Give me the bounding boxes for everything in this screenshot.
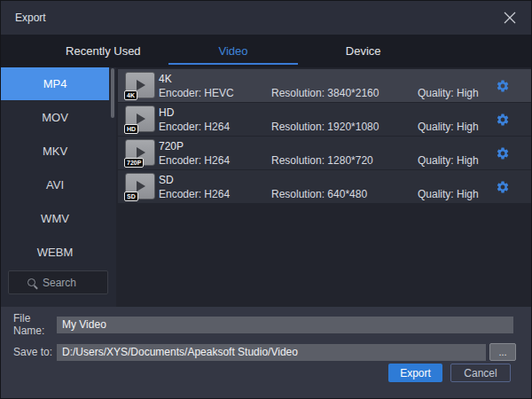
video-thumbnail-icon: SD: [125, 173, 155, 200]
resolution-badge: HD: [124, 124, 138, 134]
close-icon[interactable]: [503, 11, 517, 25]
tab-label: Device: [346, 44, 381, 58]
play-icon: [137, 147, 145, 158]
resolution-badge: SD: [124, 192, 138, 201]
save-to-label: Save to:: [13, 346, 57, 358]
save-to-row: Save to: ...: [13, 343, 531, 361]
preset-title: HD: [159, 106, 174, 119]
save-to-input[interactable]: [57, 344, 486, 361]
play-icon: [137, 113, 145, 124]
sidebar-scrollbar[interactable]: [111, 68, 114, 118]
file-name-input[interactable]: [57, 317, 513, 333]
tabbar: Recently Used Video Device: [1, 35, 531, 67]
settings-gear-icon[interactable]: [496, 79, 510, 93]
preset-quality: Quality: High: [418, 87, 479, 99]
format-sidebar: MP4 MOV MKV AVI WMV WEBM: [1, 67, 116, 307]
preset-encoder: Encoder: H264: [159, 121, 230, 133]
preset-encoder: Encoder: HEVC: [159, 87, 234, 99]
export-dialog: Export Recently Used Video Device MP4 MO…: [0, 0, 532, 399]
play-icon: [137, 181, 145, 192]
preset-resolution: Resolution: 3840*2160: [271, 87, 379, 99]
preset-list: 4K 4K Encoder: HEVC Resolution: 3840*216…: [116, 67, 531, 307]
video-thumbnail-icon: 720P: [125, 139, 155, 166]
preset-title: 4K: [159, 73, 172, 85]
preset-resolution: Resolution: 640*480: [271, 188, 367, 200]
sidebar-item-mov[interactable]: MOV: [1, 101, 109, 134]
search-box[interactable]: [8, 270, 108, 294]
preset-title: SD: [159, 174, 174, 186]
settings-gear-icon[interactable]: [496, 113, 510, 127]
preset-encoder: Encoder: H264: [159, 188, 230, 200]
preset-resolution: Resolution: 1280*720: [271, 154, 373, 167]
search-icon: [27, 278, 35, 286]
search-input[interactable]: [43, 277, 89, 289]
preset-row-720p[interactable]: 720P 720P Encoder: H264 Resolution: 1280…: [118, 137, 531, 169]
file-name-label: File Name:: [13, 312, 57, 337]
sidebar-item-mkv[interactable]: MKV: [1, 135, 109, 168]
play-icon: [137, 80, 145, 90]
sidebar-item-mp4[interactable]: MP4: [1, 67, 109, 100]
tab-recently-used[interactable]: Recently Used: [38, 35, 168, 67]
footer-panel: File Name: Save to: ... Export Cancel: [1, 307, 531, 399]
video-thumbnail-icon: HD: [125, 106, 155, 132]
cancel-button[interactable]: Cancel: [450, 364, 511, 382]
video-thumbnail-icon: 4K: [125, 72, 155, 98]
sidebar-item-wmv[interactable]: WMV: [1, 202, 109, 235]
footer-buttons: Export Cancel: [388, 364, 511, 382]
content: MP4 MOV MKV AVI WMV WEBM 4K 4K Encoder: …: [1, 67, 531, 307]
settings-gear-icon[interactable]: [496, 146, 510, 160]
settings-gear-icon[interactable]: [496, 180, 510, 194]
titlebar: Export: [1, 1, 531, 35]
browse-button[interactable]: ...: [489, 343, 516, 361]
resolution-badge: 720P: [124, 158, 144, 168]
tab-label: Video: [219, 44, 248, 58]
file-name-row: File Name:: [13, 312, 531, 337]
resolution-badge: 4K: [124, 90, 137, 100]
preset-quality: Quality: High: [418, 121, 479, 133]
preset-quality: Quality: High: [418, 188, 479, 200]
preset-title: 720P: [159, 140, 184, 153]
sidebar-item-avi[interactable]: AVI: [1, 168, 109, 201]
preset-quality: Quality: High: [418, 154, 479, 167]
preset-row-4k[interactable]: 4K 4K Encoder: HEVC Resolution: 3840*216…: [118, 69, 531, 102]
tab-video[interactable]: Video: [168, 35, 299, 67]
window-title: Export: [15, 12, 46, 24]
tab-device[interactable]: Device: [298, 35, 428, 67]
sidebar-item-webm[interactable]: WEBM: [1, 236, 109, 269]
tabs: Recently Used Video Device: [38, 35, 428, 67]
tab-label: Recently Used: [66, 44, 141, 58]
preset-row-sd[interactable]: SD SD Encoder: H264 Resolution: 640*480 …: [118, 170, 531, 203]
preset-resolution: Resolution: 1920*1080: [271, 121, 379, 133]
preset-encoder: Encoder: H264: [159, 154, 230, 167]
export-button[interactable]: Export: [388, 364, 442, 382]
preset-row-hd[interactable]: HD HD Encoder: H264 Resolution: 1920*108…: [118, 103, 531, 136]
